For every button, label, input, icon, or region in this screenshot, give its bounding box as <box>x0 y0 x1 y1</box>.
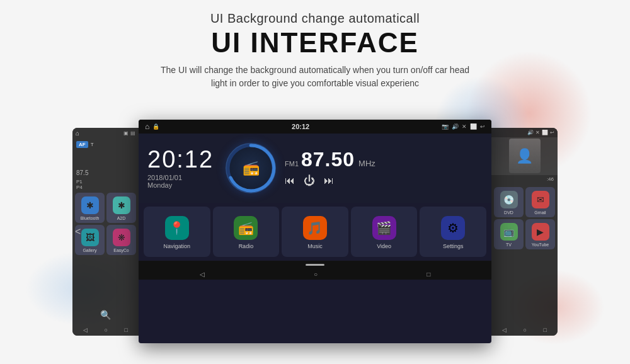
left-t-label: T <box>91 142 94 147</box>
status-back-icon[interactable]: ↩ <box>480 123 485 130</box>
fm-section: FM1 87.50 MHz ⏮ ⏻ ⏭ <box>285 149 483 188</box>
right-app-dvd[interactable]: 💿 DVD <box>494 187 524 217</box>
left-nav-recent[interactable]: □ <box>124 327 127 333</box>
clock-section: 20:12 2018/01/01 Monday <box>147 147 217 189</box>
fm-prev-prev-btn[interactable]: ⏮ <box>285 175 295 186</box>
app-video[interactable]: 🎬 Video <box>351 207 418 257</box>
navigation-label: Navigation <box>164 243 191 249</box>
right-back-icon[interactable]: ↩ <box>550 130 554 135</box>
navigation-icon: 📍 <box>165 216 189 240</box>
right-nav-bar: ◁ ○ □ <box>491 324 558 336</box>
left-app-bluetooth[interactable]: ✱ Bluetooth <box>75 193 105 223</box>
right-app-tv[interactable]: 📺 TV <box>494 219 524 249</box>
main-nav-bar: ◁ ○ □ <box>139 268 491 280</box>
gallery-label: Gallery <box>83 248 96 253</box>
clock-day: Monday <box>147 181 172 189</box>
right-person-image: 👤 <box>516 148 533 164</box>
status-left: ⌂ 🔒 <box>145 122 159 131</box>
left-p4: P4 <box>76 185 139 190</box>
gmail-label: Gmail <box>534 210 546 215</box>
main-lock-icon: 🔒 <box>152 123 159 130</box>
dvd-label: DVD <box>504 210 513 215</box>
left-home-icon: ⌂ <box>76 130 79 137</box>
a2d-label: A2D <box>117 216 126 220</box>
right-nav-recent[interactable]: □ <box>543 327 546 333</box>
right-side-screen: 🔊 ✕ ⬜ ↩ 👤 :46 💿 DVD ✉ Gmail 📺 TV <box>491 128 558 336</box>
left-p1: P1 <box>76 179 139 185</box>
right-nav-back[interactable]: ◁ <box>502 327 507 333</box>
header-subtitle: UI Background change automaticall <box>0 11 630 26</box>
status-right: 📷 🔊 ✕ ⬜ ↩ <box>442 123 485 130</box>
right-nav-home[interactable]: ○ <box>524 327 527 333</box>
music-label: Music <box>307 243 323 249</box>
left-search-icon[interactable]: 🔍 <box>100 310 111 320</box>
youtube-label: YouTube <box>532 242 549 247</box>
tv-icon: 📺 <box>500 223 518 241</box>
settings-icon: ⚙ <box>441 216 465 240</box>
clock-date: 2018/01/01 <box>147 174 182 181</box>
right-close-icon: ✕ <box>536 130 540 135</box>
header-desc: The UI will change the background automa… <box>0 64 630 90</box>
right-app-youtube[interactable]: ▶ YouTube <box>525 219 555 249</box>
main-screen: ⌂ 🔒 20:12 📷 🔊 ✕ ⬜ ↩ 20:12 2018/01/01 Mon… <box>139 120 491 343</box>
app-radio[interactable]: 📻 Radio <box>213 207 280 257</box>
main-status-bar: ⌂ 🔒 20:12 📷 🔊 ✕ ⬜ ↩ <box>139 120 491 134</box>
header-desc-line1: The UI will change the background automa… <box>0 64 630 77</box>
video-label: Video <box>377 243 391 249</box>
youtube-icon: ▶ <box>532 223 549 241</box>
fm-label: FM1 <box>285 160 299 168</box>
settings-label: Settings <box>443 243 464 249</box>
music-icon: 🎵 <box>303 216 327 240</box>
main-home-icon[interactable]: ⌂ <box>145 122 149 131</box>
main-app-grid: 📍 Navigation 📻 Radio 🎵 Music 🎬 Video ⚙ S… <box>139 203 491 261</box>
main-nav-home[interactable]: ○ <box>314 271 318 278</box>
right-vol-icon: 🔊 <box>527 130 534 135</box>
status-close-icon: ✕ <box>462 123 467 130</box>
right-time-label: :46 <box>491 175 558 183</box>
header-area: UI Background change automaticall UI INT… <box>0 0 630 90</box>
fm-unit: MHz <box>358 159 375 168</box>
left-side-screen: ⌂ ▣ ▤ AF T 87.5 P1 P4 < ✱ Bluetooth ✱ <box>72 128 139 336</box>
right-app-grid: 💿 DVD ✉ Gmail 📺 TV ▶ YouTube <box>491 187 558 249</box>
scroll-indicator <box>306 264 324 266</box>
left-nav-home[interactable]: ○ <box>105 327 108 333</box>
left-status-icon2: ▤ <box>130 130 135 136</box>
left-app-grid: ✱ Bluetooth ✱ A2D 🖼 Gallery ❋ EasyCo <box>72 193 139 255</box>
radio-dial[interactable]: 📻 <box>226 143 276 193</box>
status-screen-icon: ⬜ <box>470 123 477 130</box>
left-nav-back[interactable]: ◁ <box>83 327 88 333</box>
a2d-icon: ✱ <box>113 196 130 214</box>
easyco-icon: ❋ <box>113 229 130 246</box>
scroll-bar-area <box>139 261 491 268</box>
fm-next-next-btn[interactable]: ⏭ <box>324 175 334 186</box>
screens-container: ⌂ ▣ ▤ AF T 87.5 P1 P4 < ✱ Bluetooth ✱ <box>0 120 630 343</box>
dvd-icon: 💿 <box>500 191 518 208</box>
left-app-a2d[interactable]: ✱ A2D <box>106 193 136 223</box>
easyco-label: EasyCo <box>113 248 129 253</box>
main-status-time: 20:12 <box>292 123 309 130</box>
left-app-easyco[interactable]: ❋ EasyCo <box>106 225 136 255</box>
video-icon: 🎬 <box>372 216 396 240</box>
af-badge: AF <box>76 141 88 148</box>
clock-time: 20:12 <box>147 147 214 171</box>
gmail-icon: ✉ <box>532 191 549 208</box>
top-widget: 20:12 2018/01/01 Monday 📻 FM1 87.50 MHz <box>139 134 491 203</box>
radio-app-icon: 📻 <box>234 216 258 240</box>
app-navigation[interactable]: 📍 Navigation <box>144 207 210 257</box>
status-camera-icon: 📷 <box>442 123 449 130</box>
app-settings[interactable]: ⚙ Settings <box>420 207 486 257</box>
left-p-labels: P1 P4 <box>72 179 139 190</box>
gallery-icon: 🖼 <box>81 229 99 246</box>
fm-power-btn[interactable]: ⏻ <box>304 174 315 188</box>
right-app-gmail[interactable]: ✉ Gmail <box>525 187 555 217</box>
main-nav-recent[interactable]: □ <box>427 271 430 278</box>
app-music[interactable]: 🎵 Music <box>282 207 348 257</box>
bluetooth-icon: ✱ <box>81 196 99 214</box>
left-arrow-icon[interactable]: < <box>75 226 81 237</box>
fm-freq: 87.50 <box>301 149 355 169</box>
tv-label: TV <box>506 242 512 247</box>
main-nav-back[interactable]: ◁ <box>200 271 205 278</box>
left-status-icon1: ▣ <box>123 130 129 136</box>
left-freq: 87.5 <box>72 169 139 176</box>
right-screen-icon: ⬜ <box>542 130 548 135</box>
